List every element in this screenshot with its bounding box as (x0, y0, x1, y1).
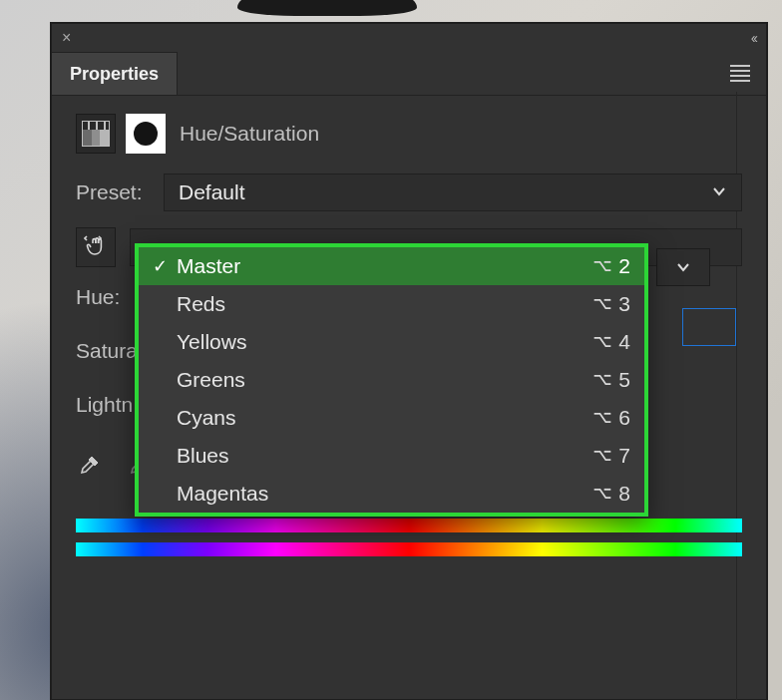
channel-menu-item[interactable]: Magentas8 (139, 475, 644, 513)
background-image-fragment (237, 0, 417, 16)
preset-select[interactable]: Default (164, 174, 742, 211)
panel-tabstrip: Properties (52, 52, 766, 96)
channel-menu-shortcut: 7 (592, 444, 630, 468)
channel-menu-label: Yellows (177, 330, 246, 354)
channel-menu-label: Cyans (177, 406, 236, 430)
channel-menu-shortcut: 3 (592, 292, 630, 316)
eyedropper-icon[interactable] (76, 451, 104, 479)
preset-label: Preset: (76, 180, 150, 204)
channel-menu-shortcut: 2 (592, 254, 630, 278)
channel-menu-shortcut: 5 (592, 368, 630, 392)
output-spectrum-strip[interactable] (76, 542, 742, 556)
layer-mask-thumbnail[interactable] (126, 114, 166, 154)
panel-menu-icon[interactable] (726, 61, 754, 86)
channel-menu-shortcut: 4 (592, 330, 630, 354)
channel-menu-label: Greens (177, 368, 245, 392)
input-spectrum-strip[interactable] (76, 519, 742, 532)
option-key-icon (592, 449, 612, 463)
option-key-icon (592, 259, 612, 273)
preset-row: Preset: Default (76, 174, 742, 211)
collapse-panel-icon[interactable]: ‹‹ (751, 30, 756, 46)
channel-menu-label: Reds (177, 292, 225, 316)
check-icon: ✓ (151, 255, 169, 277)
channel-menu-item[interactable]: Reds3 (139, 285, 644, 323)
properties-panel: × ‹‹ Properties Hue/Saturation Preset: D… (51, 23, 767, 700)
panel-titlebar: × ‹‹ (52, 24, 766, 52)
channel-menu-label: Blues (177, 444, 229, 468)
option-key-icon (592, 297, 612, 311)
preset-value: Default (179, 180, 245, 204)
option-key-icon (592, 335, 612, 349)
channel-menu-item[interactable]: ✓Master2 (139, 247, 644, 285)
channel-menu-label: Master (177, 254, 240, 278)
channel-menu-item[interactable]: Yellows4 (139, 323, 644, 361)
channel-dropdown-menu: ✓Master2Reds3Yellows4Greens5Cyans6Blues7… (135, 243, 648, 517)
chevron-down-icon (711, 180, 727, 204)
channel-menu-label: Magentas (177, 482, 268, 506)
channel-menu-item[interactable]: Blues7 (139, 437, 644, 475)
adjustment-type-label: Hue/Saturation (180, 122, 319, 146)
tab-label: Properties (70, 64, 159, 85)
hue-value-field[interactable] (682, 308, 736, 346)
channel-menu-item[interactable]: Greens5 (139, 361, 644, 399)
channel-menu-shortcut: 8 (592, 482, 630, 506)
channel-select-chevron[interactable] (656, 248, 710, 286)
option-key-icon (592, 411, 612, 425)
channel-menu-item[interactable]: Cyans6 (139, 399, 644, 437)
option-key-icon (592, 487, 612, 501)
close-icon[interactable]: × (62, 30, 71, 46)
channel-menu-shortcut: 6 (592, 406, 630, 430)
adjustment-type-row: Hue/Saturation (76, 114, 742, 154)
color-spectra (76, 519, 742, 556)
targeted-adjustment-tool-icon[interactable] (76, 227, 116, 267)
option-key-icon (592, 373, 612, 387)
tab-properties[interactable]: Properties (52, 52, 178, 95)
adjustment-preset-icon[interactable] (76, 114, 116, 154)
